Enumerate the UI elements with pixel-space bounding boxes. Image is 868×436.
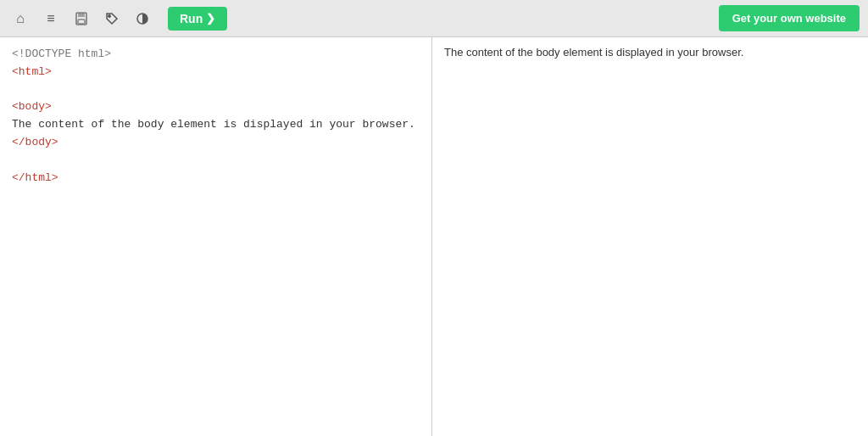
home-icon[interactable]: ⌂	[8, 7, 32, 31]
save-icon[interactable]	[70, 7, 93, 31]
preview-text: The content of the body element is displ…	[444, 46, 856, 59]
code-line-body-text: The content of the body element is displ…	[12, 116, 420, 134]
tag-icon[interactable]	[100, 7, 124, 31]
run-button[interactable]: Run ❯	[168, 7, 227, 31]
code-line-doctype: <!DOCTYPE html>	[12, 46, 420, 64]
code-blank-2	[12, 152, 420, 170]
toolbar: ⌂ ≡ Run ❯ Get your own website	[0, 0, 868, 37]
code-blank-1	[12, 81, 420, 99]
code-line-body-close: </body>	[12, 134, 420, 152]
menu-icon[interactable]: ≡	[39, 7, 63, 31]
get-website-button[interactable]: Get your own website	[719, 5, 860, 31]
main-area: <!DOCTYPE html> <html> <body> The conten…	[0, 37, 868, 436]
run-chevron-icon: ❯	[206, 12, 215, 25]
editor-pane[interactable]: <!DOCTYPE html> <html> <body> The conten…	[0, 37, 432, 436]
run-label: Run	[180, 12, 203, 25]
svg-point-3	[108, 14, 110, 16]
code-line-html-close: </html>	[12, 170, 420, 187]
code-line-body-open: <body>	[12, 98, 420, 116]
svg-rect-2	[78, 20, 85, 24]
svg-rect-1	[78, 13, 85, 17]
code-line-html-open: <html>	[12, 64, 420, 81]
preview-pane: The content of the body element is displ…	[432, 37, 868, 436]
contrast-icon[interactable]	[131, 7, 154, 31]
